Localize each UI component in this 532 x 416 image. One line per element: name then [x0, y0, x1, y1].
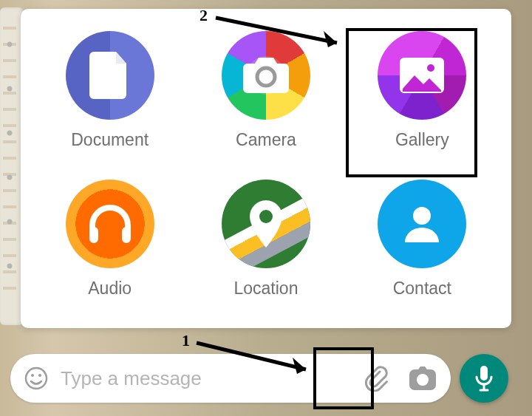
attach-option-camera[interactable]: Camera: [191, 31, 340, 165]
attach-button[interactable]: [362, 365, 389, 392]
annotation-step-1: 1: [182, 331, 190, 350]
person-icon: [378, 180, 466, 268]
svg-point-7: [26, 368, 47, 389]
message-input-pill: Type a message: [10, 354, 451, 403]
attach-option-audio[interactable]: Audio: [35, 180, 184, 313]
attach-label: Audio: [88, 279, 132, 299]
annotation-step-2: 2: [200, 6, 208, 25]
message-input-row: Type a message: [10, 354, 508, 403]
svg-rect-3: [89, 227, 98, 243]
gallery-icon: [378, 31, 466, 120]
emoji-button[interactable]: [24, 366, 49, 391]
svg-rect-4: [122, 227, 131, 243]
location-pin-icon: [222, 180, 310, 268]
camera-button[interactable]: [408, 365, 437, 392]
attach-option-location[interactable]: Location: [191, 180, 340, 313]
svg-rect-12: [480, 366, 488, 381]
attach-label: Camera: [236, 130, 296, 150]
svg-point-9: [38, 374, 41, 377]
document-icon: [66, 31, 154, 120]
attach-label: Gallery: [395, 130, 449, 150]
mic-button[interactable]: [460, 354, 508, 403]
attach-label: Contact: [393, 279, 451, 299]
svg-point-6: [413, 207, 431, 225]
svg-point-11: [417, 374, 429, 386]
attachment-panel: Document Camera Gallery: [21, 9, 511, 328]
attach-label: Location: [234, 279, 299, 299]
svg-point-5: [259, 210, 273, 223]
attach-label: Document: [71, 130, 149, 150]
attach-option-gallery[interactable]: Gallery: [348, 31, 497, 165]
message-input[interactable]: Type a message: [61, 367, 362, 390]
svg-point-2: [427, 64, 434, 72]
attach-option-contact[interactable]: Contact: [348, 180, 497, 313]
svg-point-8: [31, 374, 34, 377]
attach-option-document[interactable]: Document: [35, 31, 184, 165]
headphones-icon: [66, 180, 154, 268]
camera-icon: [222, 31, 310, 120]
